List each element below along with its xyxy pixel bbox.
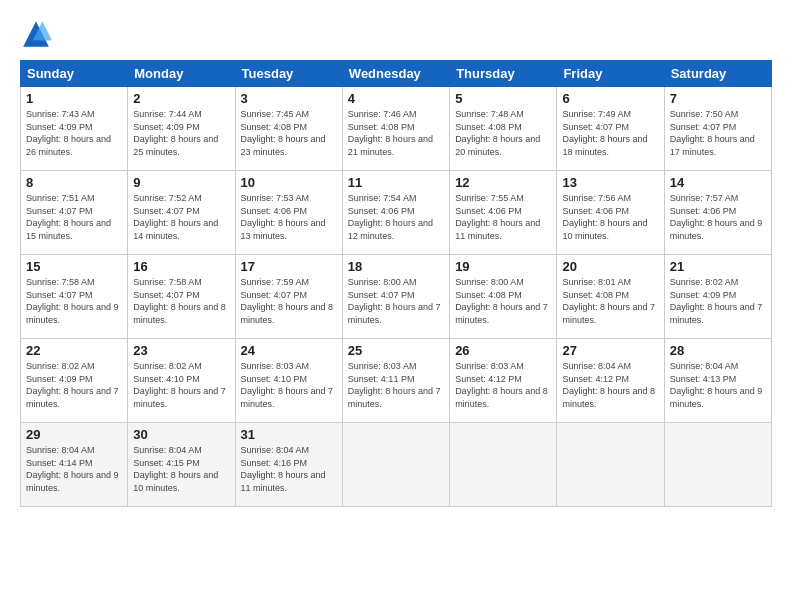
day-number: 9 <box>133 175 229 190</box>
day-number: 14 <box>670 175 766 190</box>
day-header-thursday: Thursday <box>450 61 557 87</box>
cell-details: Sunrise: 8:04 AMSunset: 4:13 PMDaylight:… <box>670 361 763 409</box>
cell-details: Sunrise: 7:54 AMSunset: 4:06 PMDaylight:… <box>348 193 433 241</box>
day-number: 24 <box>241 343 337 358</box>
cell-details: Sunrise: 7:55 AMSunset: 4:06 PMDaylight:… <box>455 193 540 241</box>
calendar-cell: 11 Sunrise: 7:54 AMSunset: 4:06 PMDaylig… <box>342 171 449 255</box>
cell-details: Sunrise: 7:46 AMSunset: 4:08 PMDaylight:… <box>348 109 433 157</box>
day-header-wednesday: Wednesday <box>342 61 449 87</box>
calendar-cell: 8 Sunrise: 7:51 AMSunset: 4:07 PMDayligh… <box>21 171 128 255</box>
day-number: 27 <box>562 343 658 358</box>
day-header-sunday: Sunday <box>21 61 128 87</box>
cell-details: Sunrise: 7:57 AMSunset: 4:06 PMDaylight:… <box>670 193 763 241</box>
cell-details: Sunrise: 8:02 AMSunset: 4:09 PMDaylight:… <box>670 277 763 325</box>
calendar-header: SundayMondayTuesdayWednesdayThursdayFrid… <box>21 61 772 87</box>
calendar-cell: 24 Sunrise: 8:03 AMSunset: 4:10 PMDaylig… <box>235 339 342 423</box>
calendar-cell: 25 Sunrise: 8:03 AMSunset: 4:11 PMDaylig… <box>342 339 449 423</box>
cell-details: Sunrise: 8:04 AMSunset: 4:14 PMDaylight:… <box>26 445 119 493</box>
logo-icon <box>20 18 52 50</box>
day-header-monday: Monday <box>128 61 235 87</box>
week-row-2: 8 Sunrise: 7:51 AMSunset: 4:07 PMDayligh… <box>21 171 772 255</box>
calendar-cell: 17 Sunrise: 7:59 AMSunset: 4:07 PMDaylig… <box>235 255 342 339</box>
day-number: 15 <box>26 259 122 274</box>
day-number: 22 <box>26 343 122 358</box>
week-row-5: 29 Sunrise: 8:04 AMSunset: 4:14 PMDaylig… <box>21 423 772 507</box>
day-number: 30 <box>133 427 229 442</box>
calendar-cell: 9 Sunrise: 7:52 AMSunset: 4:07 PMDayligh… <box>128 171 235 255</box>
cell-details: Sunrise: 7:43 AMSunset: 4:09 PMDaylight:… <box>26 109 111 157</box>
day-header-friday: Friday <box>557 61 664 87</box>
cell-details: Sunrise: 7:45 AMSunset: 4:08 PMDaylight:… <box>241 109 326 157</box>
day-number: 20 <box>562 259 658 274</box>
calendar-cell <box>342 423 449 507</box>
calendar-body: 1 Sunrise: 7:43 AMSunset: 4:09 PMDayligh… <box>21 87 772 507</box>
cell-details: Sunrise: 7:58 AMSunset: 4:07 PMDaylight:… <box>26 277 119 325</box>
cell-details: Sunrise: 7:52 AMSunset: 4:07 PMDaylight:… <box>133 193 218 241</box>
cell-details: Sunrise: 8:03 AMSunset: 4:11 PMDaylight:… <box>348 361 441 409</box>
day-number: 18 <box>348 259 444 274</box>
cell-details: Sunrise: 7:53 AMSunset: 4:06 PMDaylight:… <box>241 193 326 241</box>
calendar-cell: 28 Sunrise: 8:04 AMSunset: 4:13 PMDaylig… <box>664 339 771 423</box>
calendar-cell: 4 Sunrise: 7:46 AMSunset: 4:08 PMDayligh… <box>342 87 449 171</box>
cell-details: Sunrise: 7:56 AMSunset: 4:06 PMDaylight:… <box>562 193 647 241</box>
calendar-cell: 10 Sunrise: 7:53 AMSunset: 4:06 PMDaylig… <box>235 171 342 255</box>
cell-details: Sunrise: 7:48 AMSunset: 4:08 PMDaylight:… <box>455 109 540 157</box>
day-number: 25 <box>348 343 444 358</box>
cell-details: Sunrise: 8:03 AMSunset: 4:10 PMDaylight:… <box>241 361 334 409</box>
calendar-cell: 3 Sunrise: 7:45 AMSunset: 4:08 PMDayligh… <box>235 87 342 171</box>
calendar-cell: 18 Sunrise: 8:00 AMSunset: 4:07 PMDaylig… <box>342 255 449 339</box>
calendar-cell: 20 Sunrise: 8:01 AMSunset: 4:08 PMDaylig… <box>557 255 664 339</box>
calendar-cell: 26 Sunrise: 8:03 AMSunset: 4:12 PMDaylig… <box>450 339 557 423</box>
cell-details: Sunrise: 8:03 AMSunset: 4:12 PMDaylight:… <box>455 361 548 409</box>
cell-details: Sunrise: 7:49 AMSunset: 4:07 PMDaylight:… <box>562 109 647 157</box>
calendar-cell: 2 Sunrise: 7:44 AMSunset: 4:09 PMDayligh… <box>128 87 235 171</box>
calendar-cell: 31 Sunrise: 8:04 AMSunset: 4:16 PMDaylig… <box>235 423 342 507</box>
calendar-cell: 22 Sunrise: 8:02 AMSunset: 4:09 PMDaylig… <box>21 339 128 423</box>
day-number: 10 <box>241 175 337 190</box>
cell-details: Sunrise: 8:00 AMSunset: 4:07 PMDaylight:… <box>348 277 441 325</box>
calendar-cell: 12 Sunrise: 7:55 AMSunset: 4:06 PMDaylig… <box>450 171 557 255</box>
day-number: 12 <box>455 175 551 190</box>
week-row-4: 22 Sunrise: 8:02 AMSunset: 4:09 PMDaylig… <box>21 339 772 423</box>
day-number: 7 <box>670 91 766 106</box>
calendar-table: SundayMondayTuesdayWednesdayThursdayFrid… <box>20 60 772 507</box>
calendar-cell: 29 Sunrise: 8:04 AMSunset: 4:14 PMDaylig… <box>21 423 128 507</box>
day-header-saturday: Saturday <box>664 61 771 87</box>
day-number: 26 <box>455 343 551 358</box>
header-row: SundayMondayTuesdayWednesdayThursdayFrid… <box>21 61 772 87</box>
day-number: 11 <box>348 175 444 190</box>
day-number: 2 <box>133 91 229 106</box>
cell-details: Sunrise: 8:04 AMSunset: 4:16 PMDaylight:… <box>241 445 326 493</box>
cell-details: Sunrise: 8:02 AMSunset: 4:09 PMDaylight:… <box>26 361 119 409</box>
day-number: 19 <box>455 259 551 274</box>
page: SundayMondayTuesdayWednesdayThursdayFrid… <box>0 0 792 612</box>
calendar-cell <box>664 423 771 507</box>
calendar-cell: 16 Sunrise: 7:58 AMSunset: 4:07 PMDaylig… <box>128 255 235 339</box>
cell-details: Sunrise: 7:50 AMSunset: 4:07 PMDaylight:… <box>670 109 755 157</box>
week-row-3: 15 Sunrise: 7:58 AMSunset: 4:07 PMDaylig… <box>21 255 772 339</box>
calendar-cell <box>557 423 664 507</box>
day-number: 17 <box>241 259 337 274</box>
day-number: 28 <box>670 343 766 358</box>
calendar-cell <box>450 423 557 507</box>
day-number: 16 <box>133 259 229 274</box>
calendar-cell: 13 Sunrise: 7:56 AMSunset: 4:06 PMDaylig… <box>557 171 664 255</box>
day-number: 29 <box>26 427 122 442</box>
calendar-cell: 27 Sunrise: 8:04 AMSunset: 4:12 PMDaylig… <box>557 339 664 423</box>
cell-details: Sunrise: 7:44 AMSunset: 4:09 PMDaylight:… <box>133 109 218 157</box>
day-number: 5 <box>455 91 551 106</box>
calendar-cell: 21 Sunrise: 8:02 AMSunset: 4:09 PMDaylig… <box>664 255 771 339</box>
cell-details: Sunrise: 8:04 AMSunset: 4:15 PMDaylight:… <box>133 445 218 493</box>
day-number: 3 <box>241 91 337 106</box>
calendar-cell: 30 Sunrise: 8:04 AMSunset: 4:15 PMDaylig… <box>128 423 235 507</box>
calendar-cell: 23 Sunrise: 8:02 AMSunset: 4:10 PMDaylig… <box>128 339 235 423</box>
calendar-cell: 6 Sunrise: 7:49 AMSunset: 4:07 PMDayligh… <box>557 87 664 171</box>
cell-details: Sunrise: 7:59 AMSunset: 4:07 PMDaylight:… <box>241 277 334 325</box>
week-row-1: 1 Sunrise: 7:43 AMSunset: 4:09 PMDayligh… <box>21 87 772 171</box>
cell-details: Sunrise: 8:01 AMSunset: 4:08 PMDaylight:… <box>562 277 655 325</box>
header <box>20 18 772 50</box>
cell-details: Sunrise: 8:02 AMSunset: 4:10 PMDaylight:… <box>133 361 226 409</box>
cell-details: Sunrise: 8:04 AMSunset: 4:12 PMDaylight:… <box>562 361 655 409</box>
calendar-cell: 14 Sunrise: 7:57 AMSunset: 4:06 PMDaylig… <box>664 171 771 255</box>
day-header-tuesday: Tuesday <box>235 61 342 87</box>
